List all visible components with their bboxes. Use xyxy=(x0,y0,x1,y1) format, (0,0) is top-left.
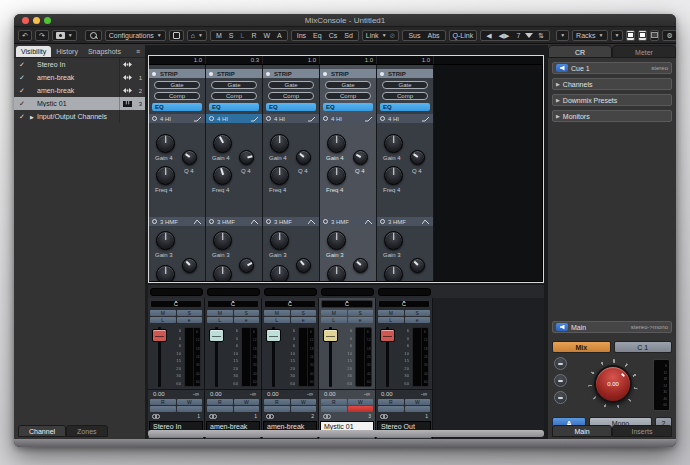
strip-rack-header[interactable]: STRIP xyxy=(377,69,433,78)
sus-button[interactable]: Sus xyxy=(406,31,422,40)
show-left-zone-button[interactable] xyxy=(626,30,635,41)
gain-3-knob[interactable] xyxy=(213,231,232,250)
reference-level-button[interactable] xyxy=(554,374,567,387)
comp-button[interactable]: Comp xyxy=(268,92,314,100)
eq-rack-header[interactable]: EQ xyxy=(152,103,202,111)
fader-handle[interactable] xyxy=(152,329,167,342)
cue-row[interactable]: Cue 1 stereo xyxy=(552,62,672,74)
read-automation-button[interactable]: R xyxy=(321,399,347,405)
comp-button[interactable]: Comp xyxy=(382,92,428,100)
left-panel-tab[interactable]: Snapshots xyxy=(83,46,126,57)
q-3-knob[interactable] xyxy=(410,258,425,273)
read-automation-button[interactable]: R xyxy=(207,399,233,405)
freq-3-knob[interactable] xyxy=(327,265,346,281)
visibility-checkbox[interactable]: ✓ xyxy=(14,113,30,121)
cue1-source-button[interactable]: C 1 xyxy=(614,341,673,353)
visibility-checkbox[interactable]: ✓ xyxy=(14,61,30,69)
q-3-knob[interactable] xyxy=(353,258,368,273)
listen-button[interactable]: L xyxy=(378,317,404,323)
zoom-icon[interactable]: ◀▶ xyxy=(497,31,512,40)
listen-button[interactable]: L xyxy=(207,317,233,323)
strip-rack-header[interactable]: STRIP xyxy=(320,69,376,78)
read-automation-button[interactable]: R xyxy=(150,399,176,405)
edit-channel-button[interactable]: e xyxy=(348,317,374,323)
edit-channel-button[interactable]: e xyxy=(405,317,431,323)
q-3-knob[interactable] xyxy=(239,258,254,273)
q-3-knob[interactable] xyxy=(296,258,311,273)
eq-band-hi-header[interactable]: 4 HI xyxy=(377,114,433,123)
freq-4-knob[interactable] xyxy=(156,166,175,185)
meter-peak-value[interactable]: -∞ xyxy=(193,391,199,398)
mute-button[interactable]: M xyxy=(207,310,233,316)
freq-4-knob[interactable] xyxy=(270,166,289,185)
fader-value[interactable]: 0.00 xyxy=(153,391,165,398)
search-button[interactable] xyxy=(85,30,102,41)
main-output-row[interactable]: Main stereo->mono xyxy=(552,321,672,333)
channel-state-button[interactable]: A xyxy=(275,31,284,40)
setup-button[interactable]: ⚙ xyxy=(662,30,676,41)
cr-section-row[interactable]: ▶ Channels xyxy=(552,78,672,90)
zoom-out-full-icon[interactable]: ◀ xyxy=(484,31,493,40)
visibility-list-item[interactable]: ✓ Mystic 01 3 xyxy=(14,97,145,110)
power-icon[interactable] xyxy=(209,116,214,121)
power-icon[interactable] xyxy=(266,219,271,224)
visibility-list-item[interactable]: ✓ amen-break 1 xyxy=(14,71,145,84)
q-4-knob[interactable] xyxy=(239,150,254,165)
power-icon[interactable] xyxy=(152,219,157,224)
zoom-window-button[interactable] xyxy=(44,17,51,24)
snapshot-button[interactable]: ▼ xyxy=(52,30,77,41)
q-4-knob[interactable] xyxy=(182,150,197,165)
spinner-icon[interactable]: ⇅ xyxy=(536,31,546,40)
pan-control[interactable]: C xyxy=(378,300,430,308)
left-panel-tab[interactable]: Visibility xyxy=(16,46,51,57)
listen-button[interactable]: L xyxy=(150,317,176,323)
meter-peak-value[interactable]: -∞ xyxy=(250,391,256,398)
minimize-window-button[interactable] xyxy=(33,17,40,24)
visibility-list-item[interactable]: ✓ Stereo In xyxy=(14,58,145,71)
solo-button[interactable]: S xyxy=(177,310,203,316)
gain-4-knob[interactable] xyxy=(270,134,289,153)
read-automation-button[interactable]: R xyxy=(264,399,290,405)
eq-band-hmf-header[interactable]: 3 HMF xyxy=(320,217,376,226)
bottom-tab[interactable]: Zones xyxy=(66,425,107,437)
qlink-button[interactable]: Q-Link xyxy=(449,30,478,41)
pan-control[interactable]: C xyxy=(321,300,373,308)
eq-rack-header[interactable]: EQ xyxy=(323,103,373,111)
solo-button[interactable]: S xyxy=(234,310,260,316)
channel-state-button[interactable]: L xyxy=(239,31,247,40)
mute-button[interactable]: M xyxy=(264,310,290,316)
undo-button[interactable]: ↶ xyxy=(18,30,32,41)
show-right-zone-button[interactable] xyxy=(638,30,647,41)
freq-3-knob[interactable] xyxy=(213,265,232,281)
power-icon[interactable] xyxy=(380,219,385,224)
pan-control[interactable]: C xyxy=(264,300,316,308)
rack-toggle-button[interactable]: Cs xyxy=(327,31,340,40)
freq-4-knob[interactable] xyxy=(384,166,403,185)
filter-icon[interactable] xyxy=(525,33,533,38)
gain-3-knob[interactable] xyxy=(384,231,403,250)
power-icon[interactable] xyxy=(323,219,328,224)
configurations-dropdown[interactable]: Configurations▼ xyxy=(105,30,166,41)
more-dropdown[interactable]: ▼ xyxy=(556,30,569,41)
channel-state-button[interactable]: M xyxy=(214,31,224,40)
channel-state-button[interactable]: W xyxy=(261,31,272,40)
strip-rack-header[interactable]: STRIP xyxy=(263,69,319,78)
mute-button[interactable]: M xyxy=(321,310,347,316)
power-icon[interactable] xyxy=(152,116,157,121)
racks-options-dropdown[interactable]: ▼ xyxy=(611,30,624,41)
gain-3-knob[interactable] xyxy=(156,231,175,250)
eq-band-hmf-header[interactable]: 3 HMF xyxy=(149,217,205,226)
gate-button[interactable]: Gate xyxy=(211,81,257,89)
eq-band-hi-header[interactable]: 4 HI xyxy=(320,114,376,123)
fader-handle[interactable] xyxy=(380,329,395,342)
abs-button[interactable]: Abs xyxy=(426,31,442,40)
freq-3-knob[interactable] xyxy=(270,265,289,281)
close-window-button[interactable] xyxy=(22,17,29,24)
eq-band-hi-header[interactable]: 4 HI xyxy=(149,114,205,123)
gate-button[interactable]: Gate xyxy=(268,81,314,89)
fader-handle[interactable] xyxy=(323,329,338,342)
gate-button[interactable]: Gate xyxy=(325,81,371,89)
gain-4-knob[interactable] xyxy=(213,134,232,153)
visibility-list-item[interactable]: ✓ ▶ Input/Output Channels xyxy=(14,110,145,123)
gain-4-knob[interactable] xyxy=(384,134,403,153)
